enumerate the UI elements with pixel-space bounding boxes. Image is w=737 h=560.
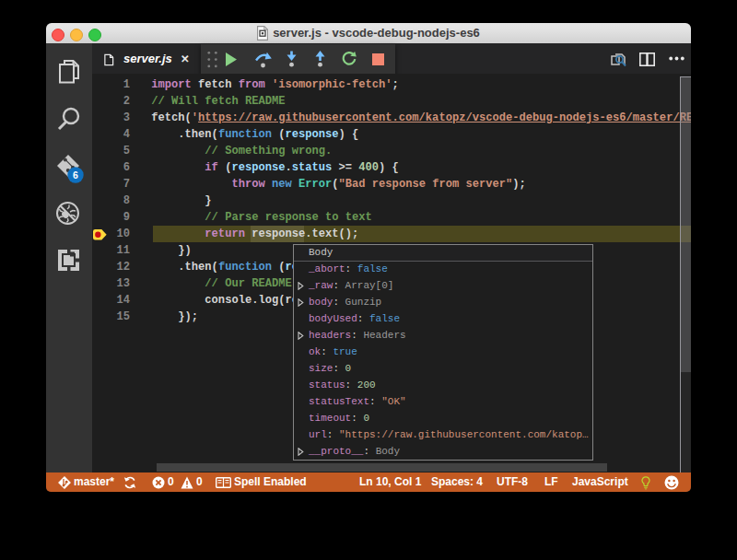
svg-text:6: 6 bbox=[73, 169, 78, 181]
